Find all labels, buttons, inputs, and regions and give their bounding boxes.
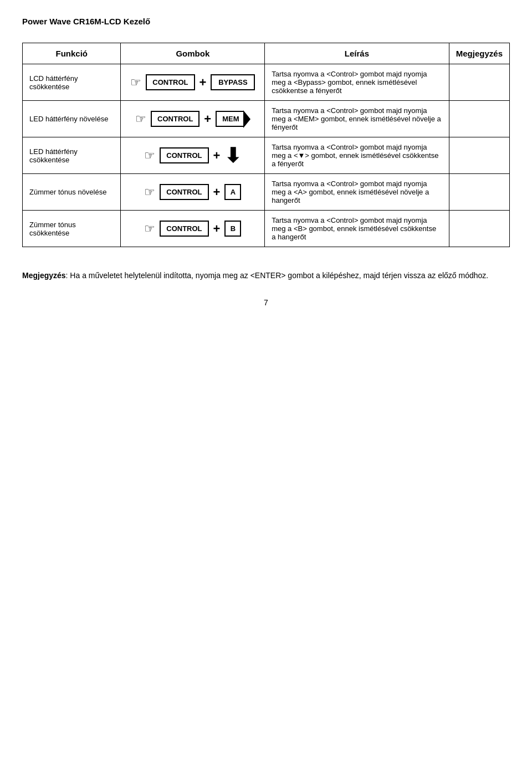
plus-icon: + [204,112,211,126]
description-cell: Tartsa nyomva a <Control> gombot majd ny… [265,101,449,137]
notes-cell [449,211,509,247]
col-header-notes: Megjegyzés [449,43,509,64]
plus-icon: + [200,75,207,90]
note-section: Megjegyzés: Ha a műveletet helytelenül i… [22,269,510,281]
control-key: CONTROL [151,111,200,127]
down-arrow-icon: ⬇ [224,146,241,166]
finger-icon: ☞ [135,112,146,126]
description-cell: Tartsa nyomva a <Control> gombot majd ny… [265,174,449,211]
plus-icon: + [213,222,221,236]
col-header-description: Leírás [265,43,449,64]
mem-arrow-shape [243,110,250,128]
main-table: Funkció Gombok Leírás Megjegyzés LCD hát… [22,43,510,247]
page-number: 7 [22,298,510,307]
key-combo-2: ☞ CONTROL + MEM [127,110,258,128]
description-cell: Tartsa nyomva a <Control> gombot majd ny… [265,211,449,247]
notes-cell [449,64,509,101]
notes-cell [449,101,509,137]
description-cell: Tartsa nyomva a <Control> gombot majd ny… [265,64,449,101]
table-row: LCD háttérfény csökkentése ☞ CONTROL + B… [23,64,510,101]
button-combo-cell: ☞ CONTROL + B [121,211,265,247]
notes-cell [449,137,509,174]
note-content: : Ha a műveletet helytelenül indította, … [66,271,489,280]
control-key: CONTROL [160,147,208,163]
table-row: LED háttérfény csökkentése ☞ CONTROL + ⬇… [23,137,510,174]
key-combo-4: ☞ CONTROL + A [127,184,258,200]
table-row: Zümmer tónus növelése ☞ CONTROL + A Tart… [23,174,510,211]
control-key: CONTROL [160,221,208,237]
second-key: B [224,221,241,237]
finger-icon: ☞ [130,75,141,90]
table-row: LED háttérfény növelése ☞ CONTROL + MEM … [23,101,510,137]
button-combo-cell: ☞ CONTROL + MEM [121,101,265,137]
plus-icon: + [213,185,221,199]
key-combo-5: ☞ CONTROL + B [127,221,258,237]
key-combo-3: ☞ CONTROL + ⬇ [127,146,258,166]
mem-label: MEM [216,111,243,127]
mem-button: MEM [216,110,250,128]
function-label: Zümmer tónus csökkentése [23,211,121,247]
col-header-buttons: Gombok [121,43,265,64]
control-key: CONTROL [146,74,195,90]
finger-icon: ☞ [144,185,155,199]
function-label: Zümmer tónus növelése [23,174,121,211]
key-combo-1: ☞ CONTROL + BYPASS [127,74,258,90]
function-label: LCD háttérfény csökkentése [23,64,121,101]
plus-icon: + [213,149,221,163]
button-combo-cell: ☞ CONTROL + BYPASS [121,64,265,101]
control-key: CONTROL [160,184,208,200]
function-label: LED háttérfény csökkentése [23,137,121,174]
notes-cell [449,174,509,211]
finger-icon: ☞ [144,149,155,163]
col-header-function: Funkció [23,43,121,64]
second-key: A [224,184,241,200]
second-key: BYPASS [211,74,255,90]
table-row: Zümmer tónus csökkentése ☞ CONTROL + B T… [23,211,510,247]
finger-icon: ☞ [144,222,155,236]
note-label: Megjegyzés [22,271,66,280]
function-label: LED háttérfény növelése [23,101,121,137]
description-cell: Tartsa nyomva a <Control> gombot majd ny… [265,137,449,174]
page-title: Power Wave CR16M-LCD Kezelő [22,17,510,26]
button-combo-cell: ☞ CONTROL + ⬇ [121,137,265,174]
button-combo-cell: ☞ CONTROL + A [121,174,265,211]
